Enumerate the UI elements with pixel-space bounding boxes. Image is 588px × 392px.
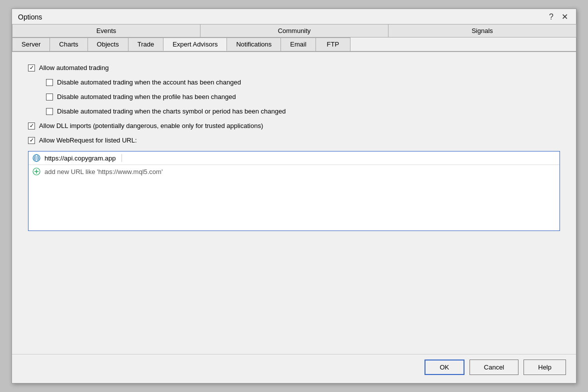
- tab-row-top: Events Community Signals: [12, 24, 576, 38]
- tab-notifications[interactable]: Notifications: [226, 38, 281, 51]
- tab-row-bottom: Server Charts Objects Trade Expert Advis…: [12, 38, 576, 52]
- url-add-hint[interactable]: add new URL like 'https://www.mql5.com': [44, 168, 162, 176]
- disable-profile-checkbox[interactable]: [46, 94, 53, 100]
- disable-account-label[interactable]: Disable automated trading when the accou…: [46, 78, 241, 86]
- tab-trade[interactable]: Trade: [128, 38, 164, 51]
- tab-community[interactable]: Community: [200, 24, 388, 37]
- allow-automated-label[interactable]: Allow automated trading: [28, 64, 108, 72]
- url-add-row[interactable]: add new URL like 'https://www.mql5.com': [28, 165, 560, 178]
- disable-charts-label[interactable]: Disable automated trading when the chart…: [46, 108, 286, 115]
- title-bar: Options ? ✕: [12, 9, 576, 24]
- option-disable-charts: Disable automated trading when the chart…: [28, 108, 560, 115]
- allow-dll-label[interactable]: Allow DLL imports (potentially dangerous…: [28, 122, 263, 130]
- close-button[interactable]: ✕: [560, 13, 570, 21]
- option-allow-dll: Allow DLL imports (potentially dangerous…: [28, 122, 560, 130]
- url-list-row: https://api.copygram.app: [28, 152, 560, 165]
- tab-expert-advisors[interactable]: Expert Advisors: [163, 38, 227, 51]
- disable-account-checkbox[interactable]: [46, 79, 53, 86]
- option-disable-account: Disable automated trading when the accou…: [28, 78, 560, 86]
- allow-dll-checkbox[interactable]: [28, 122, 35, 130]
- tab-events[interactable]: Events: [12, 24, 200, 37]
- cancel-button[interactable]: Cancel: [470, 360, 518, 375]
- allow-webrequest-text: Allow WebRequest for listed URL:: [39, 136, 137, 144]
- url-list: https://api.copygram.app add new URL lik…: [28, 151, 560, 231]
- tab-objects[interactable]: Objects: [88, 38, 128, 51]
- content-area: Allow automated trading Disable automate…: [12, 52, 576, 354]
- disable-charts-text: Disable automated trading when the chart…: [57, 108, 286, 115]
- tab-ftp[interactable]: FTP: [316, 38, 350, 51]
- option-disable-profile: Disable automated trading when the profi…: [28, 93, 560, 100]
- tab-email[interactable]: Email: [280, 38, 316, 51]
- disable-charts-checkbox[interactable]: [46, 108, 53, 115]
- allow-automated-checkbox[interactable]: [28, 64, 35, 72]
- tab-charts[interactable]: Charts: [50, 38, 88, 51]
- disable-profile-label[interactable]: Disable automated trading when the profi…: [46, 93, 236, 100]
- option-allow-automated: Allow automated trading: [28, 64, 560, 72]
- tab-area: Events Community Signals Server Charts O…: [12, 24, 576, 52]
- disable-profile-text: Disable automated trading when the profi…: [57, 93, 236, 100]
- globe-icon: [32, 154, 40, 162]
- add-icon: [32, 168, 40, 176]
- url-entry[interactable]: https://api.copygram.app: [44, 154, 116, 162]
- allow-webrequest-label[interactable]: Allow WebRequest for listed URL:: [28, 136, 137, 144]
- tab-server[interactable]: Server: [12, 38, 50, 51]
- allow-webrequest-checkbox[interactable]: [28, 137, 35, 144]
- disable-account-text: Disable automated trading when the accou…: [57, 78, 241, 86]
- tab-signals[interactable]: Signals: [388, 24, 576, 37]
- title-bar-buttons: ? ✕: [547, 13, 570, 21]
- allow-dll-text: Allow DLL imports (potentially dangerous…: [39, 122, 263, 130]
- options-dialog: Options ? ✕ Events Community Signals Ser…: [12, 8, 576, 384]
- footer: OK Cancel Help: [12, 354, 576, 383]
- help-icon-button[interactable]: ?: [547, 13, 556, 21]
- option-allow-webrequest: Allow WebRequest for listed URL:: [28, 136, 560, 144]
- help-button[interactable]: Help: [524, 360, 566, 375]
- ok-button[interactable]: OK: [424, 360, 464, 375]
- dialog-title: Options: [18, 13, 42, 21]
- allow-automated-text: Allow automated trading: [39, 64, 108, 72]
- url-divider: [122, 154, 122, 162]
